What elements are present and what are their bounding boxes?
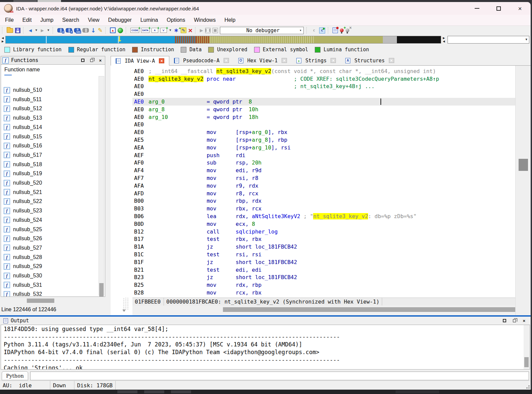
disasm-row[interactable]: B28 mov rcx, rbx [132, 289, 515, 297]
make-code-icon[interactable]: CODE [130, 28, 139, 33]
disasm-row[interactable]: B06 lea rdx, aNtSqlite3KeyV2 ; "nt_sqlit… [132, 212, 515, 220]
function-row[interactable]: nullsub_512 [2, 104, 92, 113]
function-row[interactable]: nullsub_516 [2, 141, 92, 150]
make-name-icon[interactable]: A [152, 28, 158, 33]
panel-close-icon[interactable]: × [99, 58, 102, 63]
function-row[interactable]: nullsub_510 [2, 85, 92, 95]
function-row[interactable]: nullsub_530 [2, 271, 92, 280]
function-row[interactable]: nullsub_519 [2, 169, 92, 178]
navigate-back-icon[interactable]: ◄ [28, 28, 33, 33]
disasm-row[interactable]: AE5 mov [rsp+arg_8], rbp [132, 136, 515, 144]
tab-close-icon[interactable] [224, 58, 229, 63]
menu-item-options[interactable]: Options [162, 16, 189, 24]
disasm-row[interactable]: AE0arg_8 = qword ptr 10h [132, 106, 515, 113]
breakpoint-add-icon[interactable] [340, 28, 344, 32]
panel-restore-icon[interactable] [90, 59, 93, 62]
save-file-icon[interactable] [15, 28, 20, 33]
disasm-row[interactable]: B12 call sqlcipher_log [132, 228, 515, 236]
functions-column-header[interactable]: Function name [4, 67, 40, 73]
resize-grip[interactable] [526, 385, 530, 389]
scrollbar-thumb[interactable] [99, 283, 104, 297]
navband-scroll-right[interactable]: ▶◀ [441, 37, 447, 43]
function-row[interactable]: nullsub_523 [2, 206, 92, 215]
debug-start-icon[interactable]: ▶ [200, 28, 203, 33]
panel-restore-icon[interactable] [513, 319, 516, 322]
disasm-row[interactable]: AFA mov r9, rdx [132, 182, 515, 190]
disasm-row[interactable]: AE0 ; nt_sqlite3_key+4B↑j ... [132, 83, 515, 90]
menu-item-edit[interactable]: Edit [18, 16, 36, 24]
disasm-row[interactable]: B03 mov rbx, rcx [132, 205, 515, 212]
search-next-icon[interactable] [82, 28, 89, 32]
function-row[interactable]: nullsub_525 [2, 225, 92, 234]
disasm-row[interactable]: AE0 [132, 90, 515, 98]
scrollbar-thumb[interactable] [524, 357, 529, 367]
undefine-icon[interactable]: × [188, 27, 192, 34]
function-row[interactable]: nullsub_522 [2, 197, 92, 206]
debugger-selector[interactable]: No debugger [220, 27, 304, 34]
function-row[interactable]: nullsub_521 [2, 188, 92, 197]
forward-history-dropdown-icon[interactable]: ▼ [47, 29, 50, 32]
disassembly-horizontal-scrollbar[interactable] [132, 306, 515, 314]
navband-zoom-combo[interactable] [448, 36, 529, 44]
function-row[interactable]: nullsub_517 [2, 150, 92, 160]
lumina-status-icon[interactable] [118, 28, 123, 33]
menu-item-file[interactable]: File [1, 16, 18, 24]
navband-scroll-left[interactable]: ◀▶ [0, 37, 5, 43]
tab-ida-view-a[interactable]: IDA View-A [111, 56, 169, 66]
navigate-forward-icon[interactable]: ► [40, 28, 45, 33]
output-vertical-scrollbar[interactable] [524, 325, 530, 369]
minimize-button[interactable] [466, 2, 488, 15]
disasm-row[interactable]: AFD mov r8, rcx [132, 190, 515, 197]
disasm-row[interactable]: AF0 sub rsp, 20h [132, 159, 515, 167]
function-row[interactable]: nullsub_514 [2, 123, 92, 132]
menu-item-windows[interactable]: Windows [189, 16, 220, 24]
python-cli-selector[interactable]: Python [2, 371, 28, 380]
maximize-button[interactable] [488, 2, 509, 15]
function-row[interactable]: nullsub_526 [2, 234, 92, 243]
menu-item-debugger[interactable]: Debugger [104, 16, 136, 24]
panel-maximize-icon[interactable] [81, 59, 84, 62]
tab-close-icon[interactable] [282, 58, 287, 63]
breakpoint-delete-icon[interactable] [346, 28, 349, 32]
search-text-icon[interactable]: T [66, 28, 72, 32]
disasm-row[interactable]: B17 test rbx, rbx [132, 236, 515, 243]
disasm-row[interactable]: AF4 mov edi, r9d [132, 167, 515, 174]
disasm-row[interactable]: AE0 mov [rsp+arg_0], rbx [132, 128, 515, 136]
close-button[interactable]: × [509, 2, 531, 15]
function-row[interactable]: nullsub_527 [2, 243, 92, 253]
tab-hex-view-1[interactable]: Hex View-1 [234, 56, 292, 65]
debug-pause-icon[interactable] [205, 28, 211, 33]
menu-item-view[interactable]: View [83, 16, 104, 24]
function-row[interactable]: nullsub_511 [2, 95, 92, 104]
disasm-row[interactable]: B00 mov rbp, rdx [132, 197, 515, 205]
breakpoint-list-icon[interactable] [333, 27, 338, 33]
make-string-icon[interactable]: 's' [160, 28, 167, 33]
function-row[interactable]: nullsub_532 [2, 289, 92, 297]
panel-close-icon[interactable]: × [523, 319, 525, 323]
functions-horizontal-scrollbar[interactable] [1, 298, 99, 304]
edit-function-icon[interactable] [181, 27, 186, 33]
python-cli-input[interactable] [30, 372, 529, 380]
function-row[interactable]: nullsub_529 [2, 262, 92, 271]
navigation-band[interactable] [5, 36, 441, 44]
make-array-icon[interactable]: ∗ [174, 27, 178, 33]
menu-item-lumina[interactable]: Lumina [136, 16, 162, 24]
disasm-row[interactable]: B1F jz short loc_181FBCB42 [132, 258, 515, 266]
disasm-row[interactable]: AEF push rdi [132, 151, 515, 159]
tab-close-icon[interactable] [159, 58, 164, 63]
function-row[interactable]: nullsub_513 [2, 113, 92, 123]
jump-address-icon[interactable]: # [57, 28, 64, 32]
function-row[interactable]: nullsub_528 [2, 253, 92, 262]
tab-strings[interactable]: Strings [292, 56, 341, 65]
disasm-row[interactable]: AE0nt_sqlite3_key_v2 proc near ; CODE XR… [132, 75, 515, 83]
menu-item-jump[interactable]: Jump [36, 16, 58, 24]
tab-close-icon[interactable] [331, 58, 336, 63]
disasm-row[interactable]: AE0; __int64 __fastcall nt_sqlite3_key_v… [132, 67, 515, 75]
disasm-row[interactable]: AE0arg_10 = qword ptr 18h [132, 113, 515, 121]
back-history-dropdown-icon[interactable]: ▼ [35, 29, 38, 32]
disasm-row[interactable]: AE0arg_0 = qword ptr 8 [132, 98, 515, 106]
menu-item-search[interactable]: Search [58, 16, 83, 24]
scrollbar-thumb[interactable] [519, 159, 528, 171]
scrollbar-thumb[interactable] [27, 299, 54, 303]
disasm-row[interactable]: B25 mov rdx, rbp [132, 281, 515, 289]
